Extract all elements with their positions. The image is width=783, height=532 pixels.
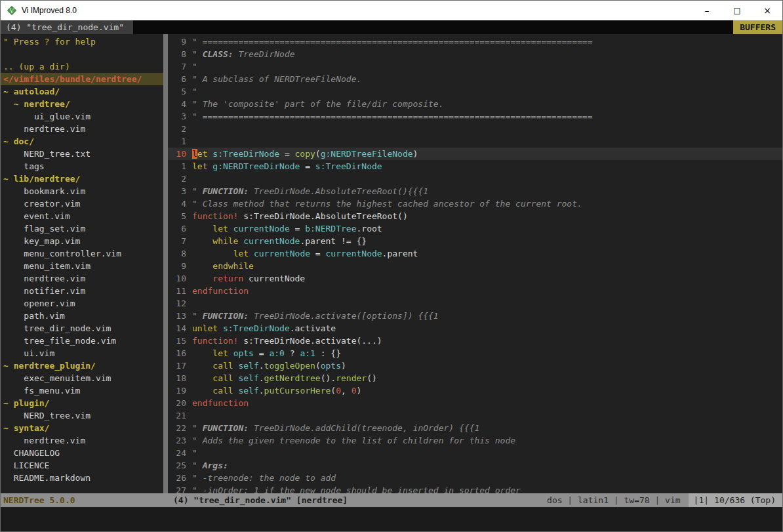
line-number: 2 (168, 123, 186, 135)
tree-item[interactable]: LICENCE (1, 459, 163, 472)
tree-item[interactable]: NERD_tree.vim (1, 409, 163, 422)
code-line[interactable]: 10 return currentNode (168, 272, 782, 285)
code-line[interactable]: 5function! s:TreeDirNode.AbsoluteTreeRoo… (168, 210, 782, 222)
tree-item[interactable]: ui.vim (1, 347, 163, 359)
tree-item[interactable]: ui_glue.vim (1, 110, 163, 123)
line-number: 20 (168, 397, 186, 409)
code-line[interactable]: 16 let opts = a:0 ? a:1 : {} (168, 347, 782, 359)
tree-item[interactable]: tree_file_node.vim (1, 335, 163, 347)
line-number: 25 (168, 459, 186, 472)
tree-item[interactable]: tree_dir_node.vim (1, 322, 163, 335)
status-flag: vim (665, 495, 680, 505)
tree-item[interactable]: ~ syntax/ (1, 422, 163, 434)
tree-item[interactable]: ~ lib/nerdtree/ (1, 173, 163, 185)
minimize-button[interactable]: – (692, 1, 722, 20)
tree-item[interactable]: key_map.vim (1, 235, 163, 247)
code-line[interactable]: 12 (168, 297, 782, 310)
code-line[interactable]: 22" FUNCTION: TreeDirNode.addChild(treen… (168, 422, 782, 434)
line-number: 11 (168, 285, 186, 297)
close-button[interactable]: × (752, 1, 782, 20)
buffers-label[interactable]: BUFFERS (733, 20, 782, 34)
code-line[interactable]: 8 let currentNode = currentNode.parent (168, 247, 782, 260)
tree-item[interactable]: ~ nerdtree_plugin/ (1, 359, 163, 372)
code-line-current[interactable]: 10let s:TreeDirNode = copy(g:NERDTreeFil… (168, 148, 782, 160)
tree-item[interactable]: notifier.vim (1, 285, 163, 297)
buffer-tab[interactable]: (4) "tree_dir_node.vim" (1, 20, 133, 34)
code-line[interactable]: 13" FUNCTION: TreeDirNode.activate([opti… (168, 310, 782, 322)
code-line[interactable]: 7" (168, 60, 782, 73)
code-line[interactable]: 9 endwhile (168, 260, 782, 272)
status-flags: dos | latin1 | tw=78 | vim (547, 495, 681, 505)
tree-item[interactable]: tags (1, 160, 163, 173)
tree-item[interactable]: ~ nerdtree/ (1, 98, 163, 110)
code-line[interactable]: 27" -inOrder: 1 if the new node should b… (168, 484, 782, 493)
status-flag: tw=78 (624, 495, 649, 505)
line-number: 7 (168, 60, 186, 73)
tree-item[interactable]: creator.vim (1, 197, 163, 210)
tree-item[interactable]: menu_item.vim (1, 260, 163, 272)
line-number: 16 (168, 347, 186, 359)
code-line[interactable]: 8" CLASS: TreeDirNode (168, 48, 782, 60)
tree-item[interactable] (1, 48, 163, 60)
tree-item[interactable]: README.markdown (1, 472, 163, 484)
line-number: 23 (168, 434, 186, 447)
line-number: 1 (168, 135, 186, 148)
nerdtree-status: NERDTree 5.0.0 (1, 495, 168, 505)
code-line[interactable]: 21 (168, 409, 782, 422)
code-line[interactable]: 3" =====================================… (168, 110, 782, 123)
line-number: 14 (168, 322, 186, 335)
tree-item[interactable]: event.vim (1, 210, 163, 222)
tree-item[interactable]: bookmark.vim (1, 185, 163, 197)
tree-item[interactable]: nerdtree.vim (1, 272, 163, 285)
code-line[interactable]: 1 (168, 135, 782, 148)
tree-item[interactable]: ~ doc/ (1, 135, 163, 148)
line-number: 10 (168, 272, 186, 285)
code-line[interactable]: 3" FUNCTION: TreeDirNode.AbsoluteTreeRoo… (168, 185, 782, 197)
code-line[interactable]: 11endfunction (168, 285, 782, 297)
code-line[interactable]: 19 call self.putCursorHere(0, 0) (168, 384, 782, 397)
code-line[interactable]: 23" Adds the given treenode to the list … (168, 434, 782, 447)
line-number: 4 (168, 98, 186, 110)
tree-item[interactable]: .. (up a dir) (1, 60, 163, 73)
tree-item[interactable]: menu_controller.vim (1, 247, 163, 260)
code-line[interactable]: 9" =====================================… (168, 35, 782, 48)
svg-text:V: V (9, 8, 14, 14)
tree-item[interactable]: " Press ? for help (1, 35, 163, 48)
tree-item[interactable]: ~ plugin/ (1, 397, 163, 409)
code-line[interactable]: 25" Args: (168, 459, 782, 472)
tree-item[interactable]: path.vim (1, 310, 163, 322)
tree-item[interactable]: flag_set.vim (1, 222, 163, 235)
code-line[interactable]: 18 call self.getNerdtree().render() (168, 372, 782, 384)
line-number: 9 (168, 260, 186, 272)
code-line[interactable]: 1let g:NERDTreeDirNode = s:TreeDirNode (168, 160, 782, 173)
code-line[interactable]: 26" -treenode: the node to add (168, 472, 782, 484)
line-number: 5 (168, 85, 186, 98)
tree-item[interactable]: nerdtree.vim (1, 434, 163, 447)
tree-item[interactable]: nerdtree.vim (1, 123, 163, 135)
code-line[interactable]: 15function! s:TreeDirNode.activate(...) (168, 335, 782, 347)
maximize-button[interactable]: □ (722, 1, 752, 20)
code-line[interactable]: 17 call self.toggleOpen(opts) (168, 359, 782, 372)
code-line[interactable]: 7 while currentNode.parent != {} (168, 235, 782, 247)
code-line[interactable]: 6 let currentNode = b:NERDTree.root (168, 222, 782, 235)
tree-item[interactable]: opener.vim (1, 297, 163, 310)
code-line[interactable]: 4" Class method that returns the highest… (168, 197, 782, 210)
line-number: 8 (168, 48, 186, 60)
code-line[interactable]: 4" The 'composite' part of the file/dir … (168, 98, 782, 110)
code-line[interactable]: 20endfunction (168, 397, 782, 409)
tree-item[interactable]: ~ autoload/ (1, 85, 163, 98)
line-number: 12 (168, 297, 186, 310)
tree-item[interactable]: NERD_tree.txt (1, 148, 163, 160)
line-number: 10 (168, 148, 186, 160)
tree-item[interactable]: </vimfiles/bundle/nerdtree/ (1, 73, 163, 85)
code-line[interactable]: 6" A subclass of NERDTreeFileNode. (168, 73, 782, 85)
tree-item[interactable]: exec_menuitem.vim (1, 372, 163, 384)
code-line[interactable]: 2 (168, 123, 782, 135)
window-separator[interactable] (163, 34, 168, 493)
tree-item[interactable]: CHANGELOG (1, 447, 163, 459)
tree-item[interactable]: fs_menu.vim (1, 384, 163, 397)
code-line[interactable]: 2 (168, 173, 782, 185)
code-line[interactable]: 5" (168, 85, 782, 98)
code-line[interactable]: 14unlet s:TreeDirNode.activate (168, 322, 782, 335)
code-line[interactable]: 24" (168, 447, 782, 459)
